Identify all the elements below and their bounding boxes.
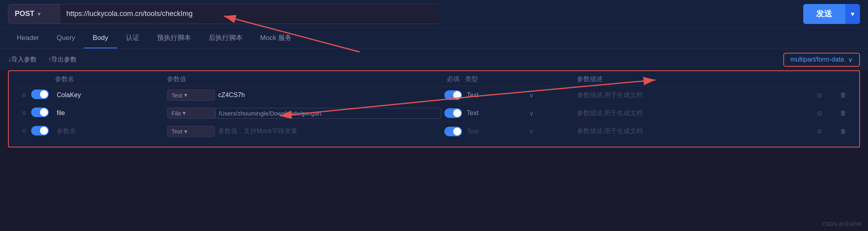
col-param-name-header: 参数名 (55, 75, 167, 84)
row1-value[interactable]: cZ4CS7h (215, 90, 441, 100)
row2-value-type: Text (465, 110, 529, 117)
row1-type-select[interactable]: Text ▾ (167, 90, 215, 101)
row3-type-select[interactable]: Text ▾ (167, 126, 215, 137)
tab-body[interactable]: Body (84, 28, 117, 48)
row3-param-name[interactable]: 参数名 (55, 127, 167, 135)
drag-handle[interactable]: ≡ (17, 109, 31, 117)
row1-param-name[interactable]: ColaKey (55, 92, 167, 99)
row3-type-chevron: ▾ (184, 128, 187, 135)
row1-value-type: Text (465, 92, 529, 99)
row2-type-chevron: ▾ (183, 110, 186, 117)
content-type-chevron: ∨ (848, 56, 853, 64)
row2-copy-icon[interactable]: ⊙ (803, 110, 835, 117)
sub-toolbar-left: ↓导入参数 ↑导出参数 (8, 56, 77, 64)
row3-toggle[interactable] (31, 126, 55, 137)
row2-required[interactable] (441, 108, 465, 118)
row1-type-chevron2[interactable]: ∨ (529, 92, 577, 99)
nav-tabs: Header Query Body 认证 预执行脚本 后执行脚本 Mock 服务 (0, 28, 868, 49)
send-button[interactable]: 发送 (803, 4, 845, 24)
col-type-header: 参数值 (167, 75, 215, 84)
row2-toggle[interactable] (31, 108, 55, 119)
tab-pre-script[interactable]: 预执行脚本 (148, 28, 200, 49)
row3-delete-icon[interactable]: 🗑 (835, 128, 851, 135)
watermark: CSDN @吴NDIR (822, 221, 862, 228)
col-type2-header: 类型 (465, 75, 529, 84)
col-required-header: 必填 (441, 75, 465, 84)
row3-value[interactable]: 参数值，支持Mock字段变量 (215, 125, 441, 137)
url-input[interactable] (60, 4, 438, 24)
table-header: 参数名 参数值 必填 类型 参数描述 (17, 71, 851, 86)
tab-mock[interactable]: Mock 服务 (251, 28, 301, 49)
content-type-select[interactable]: multipart/form-data ∨ (783, 53, 860, 67)
content-type-label: multipart/form-data (790, 56, 844, 63)
row3-desc: 参数描述,用于生成文档 (577, 127, 803, 135)
row1-type-label: Text (171, 92, 183, 99)
top-bar: POST ▾ 发送 ▾ (0, 0, 868, 28)
tab-query[interactable]: Query (48, 28, 84, 48)
row1-desc[interactable]: 参数描述,用于生成文档 (577, 91, 803, 100)
export-label: ↑导出参数 (48, 56, 77, 64)
tab-header[interactable]: Header (8, 28, 48, 48)
row3-value-type: Text (465, 128, 529, 135)
table-row: ≡ file File ▾ /Users/zhoumingle/Download… (17, 104, 851, 122)
row3-type-chevron2[interactable]: ∨ (529, 127, 577, 135)
method-chevron: ▾ (38, 11, 40, 17)
row2-param-name[interactable]: file (55, 110, 167, 117)
col-desc-header: 参数描述 (577, 75, 803, 84)
tab-post-script[interactable]: 后执行脚本 (200, 28, 251, 49)
row2-desc[interactable]: 参数描述,用于生成文档 (577, 109, 803, 117)
row2-value[interactable]: /Users/zhoumingle/Downloads/gongan. (215, 108, 441, 119)
row3-required[interactable] (441, 127, 465, 136)
row3-type-label: Text (171, 128, 183, 135)
row1-copy-icon[interactable]: ⊙ (803, 92, 835, 99)
params-table: 参数名 参数值 必填 类型 参数描述 ≡ ColaKey Text ▾ (8, 70, 860, 147)
tab-auth[interactable]: 认证 (117, 28, 148, 49)
drag-handle[interactable]: ≡ (17, 127, 31, 135)
row1-required[interactable] (441, 90, 465, 100)
row2-delete-icon[interactable]: 🗑 (835, 110, 851, 117)
row3-copy-icon[interactable]: ⊙ (803, 127, 835, 135)
drag-handle[interactable]: ≡ (17, 91, 31, 100)
export-params-button[interactable]: ↑导出参数 (48, 56, 77, 64)
import-params-button[interactable]: ↓导入参数 (8, 56, 37, 64)
row2-type-chevron2[interactable]: ∨ (529, 110, 577, 117)
row1-delete-icon[interactable]: 🗑 (835, 92, 851, 99)
table-row: ≡ 参数名 Text ▾ 参数值，支持Mock字段变量 Text ∨ (17, 122, 851, 140)
table-row: ≡ ColaKey Text ▾ cZ4CS7h Text ∨ (17, 86, 851, 104)
send-btn-group: 发送 ▾ (803, 4, 860, 24)
method-label: POST (15, 10, 34, 18)
row2-type-label: File (171, 110, 181, 117)
row1-type-chevron: ▾ (184, 92, 187, 99)
send-dropdown-button[interactable]: ▾ (845, 4, 860, 24)
row2-type-select[interactable]: File ▾ (167, 108, 215, 119)
sub-toolbar: ↓导入参数 ↑导出参数 multipart/form-data ∨ (0, 49, 868, 70)
row1-toggle[interactable] (31, 90, 55, 101)
import-label: ↓导入参数 (8, 56, 37, 64)
method-select[interactable]: POST ▾ (8, 4, 60, 24)
